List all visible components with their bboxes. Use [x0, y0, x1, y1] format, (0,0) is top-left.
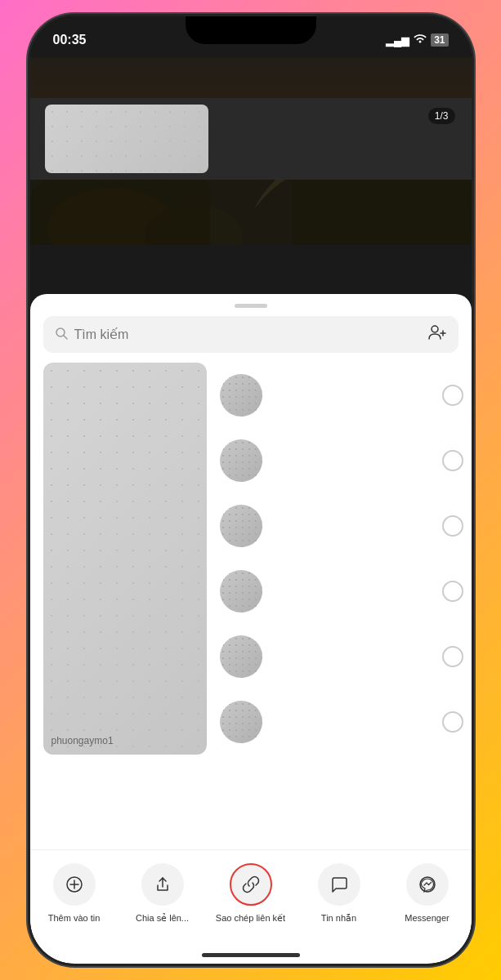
contact-radio[interactable]: [442, 711, 463, 733]
svg-point-15: [420, 877, 435, 892]
add-to-story-action[interactable]: Thêm vào tin: [38, 863, 111, 924]
list-item[interactable]: [220, 624, 463, 689]
avatar: [220, 439, 262, 482]
large-preview-image: phuongaymo1: [43, 363, 207, 755]
contact-radio[interactable]: [442, 515, 463, 537]
status-icons: ▂▄▆ 31: [386, 33, 449, 47]
phone-shell: 00:35 ▂▄▆ 31 ‹ video Theo dõi ···: [30, 16, 472, 964]
svg-line-8: [64, 336, 67, 339]
list-item[interactable]: [220, 559, 463, 624]
avatar: [220, 374, 262, 416]
add-friend-icon[interactable]: [427, 324, 447, 345]
message-action[interactable]: Tin nhắn: [302, 863, 376, 924]
list-item[interactable]: [220, 689, 463, 755]
video-thumbnail-small: [45, 105, 208, 173]
contact-radio[interactable]: [442, 646, 463, 667]
battery-icon: 31: [431, 33, 448, 47]
svg-point-9: [432, 326, 438, 332]
search-icon: [55, 327, 68, 343]
action-bar: Thêm vào tin Chia sẻ lên...: [30, 849, 472, 939]
avatar: [220, 701, 262, 743]
preview-dots: [43, 363, 207, 755]
copy-link-label: Sao chép liên kết: [216, 912, 285, 924]
messenger-action[interactable]: Messenger: [391, 863, 464, 924]
avatar: [220, 570, 262, 612]
home-indicator: [202, 953, 300, 957]
copy-link-icon-wrap: [230, 863, 272, 906]
page-indicator: 1/3: [428, 108, 455, 124]
signal-icon: ▂▄▆: [386, 34, 409, 47]
avatar: [220, 635, 262, 678]
share-label: Chia sẻ lên...: [136, 912, 189, 924]
copy-link-icon: [242, 875, 260, 893]
list-item[interactable]: [220, 363, 463, 428]
contacts-area: phuongaymo1: [30, 363, 472, 755]
search-input[interactable]: [74, 327, 421, 342]
contacts-list: [220, 363, 463, 755]
message-icon: [330, 875, 348, 893]
bottom-sheet: phuongaymo1: [30, 294, 472, 964]
message-icon-wrap: [318, 863, 360, 906]
share-icon: [154, 875, 172, 893]
add-to-story-icon: [65, 875, 83, 893]
sheet-handle: [235, 304, 267, 308]
messenger-label: Messenger: [405, 912, 449, 924]
list-item[interactable]: [220, 493, 463, 559]
contact-rows: [220, 363, 463, 755]
search-bar[interactable]: [43, 316, 459, 353]
share-action[interactable]: Chia sẻ lên...: [126, 863, 199, 924]
preview-username: phuongaymo1: [51, 735, 114, 746]
video-header-area: 1/3: [30, 98, 472, 180]
messenger-icon: [418, 875, 436, 893]
phone-screen: 00:35 ▂▄▆ 31 ‹ video Theo dõi ···: [30, 16, 472, 964]
contact-radio[interactable]: [442, 581, 463, 602]
add-to-story-label: Thêm vào tin: [48, 912, 101, 924]
contact-radio[interactable]: [442, 450, 463, 471]
message-label: Tin nhắn: [321, 912, 356, 924]
messenger-icon-wrap: [406, 863, 449, 906]
list-item[interactable]: [220, 428, 463, 493]
thumbnail-dots: [45, 105, 208, 173]
share-icon-wrap: [141, 863, 184, 906]
contact-radio[interactable]: [442, 385, 463, 406]
status-time: 00:35: [53, 33, 87, 47]
avatar: [220, 505, 262, 547]
wifi-icon: [414, 34, 427, 47]
copy-link-action[interactable]: Sao chép liên kết: [214, 863, 288, 924]
notch: [186, 16, 316, 44]
add-to-story-icon-wrap: [53, 863, 96, 906]
